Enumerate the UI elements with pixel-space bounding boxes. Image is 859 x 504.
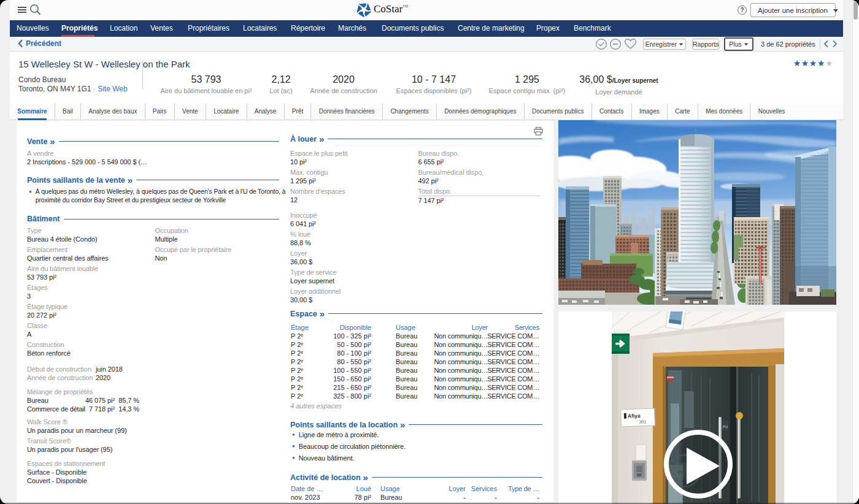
svg-text:301: 301 xyxy=(639,419,646,425)
svg-text:PU: PU xyxy=(723,425,728,429)
svg-text:Afiya: Afiya xyxy=(628,413,641,419)
